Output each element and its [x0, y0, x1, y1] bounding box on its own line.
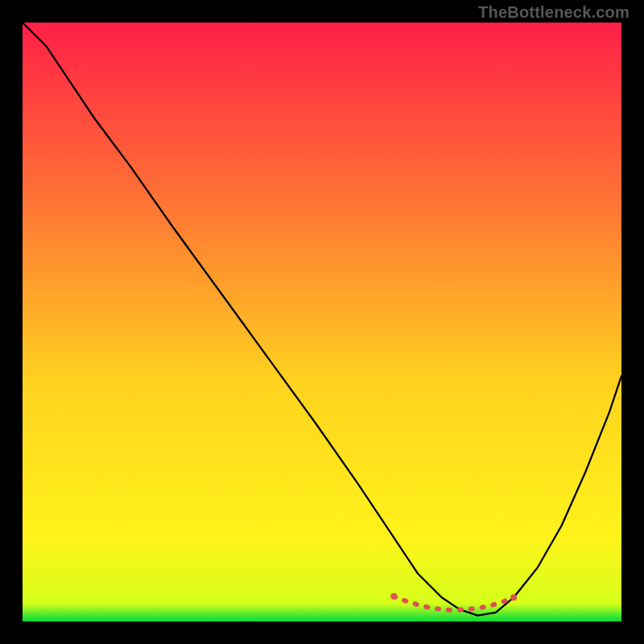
- plot-area: [23, 23, 621, 621]
- plot-svg: [23, 23, 621, 621]
- chart-container: TheBottleneck.com: [0, 0, 644, 644]
- watermark-text: TheBottleneck.com: [478, 3, 630, 22]
- svg-rect-0: [23, 23, 621, 621]
- svg-point-2: [510, 594, 517, 601]
- svg-point-1: [390, 593, 397, 600]
